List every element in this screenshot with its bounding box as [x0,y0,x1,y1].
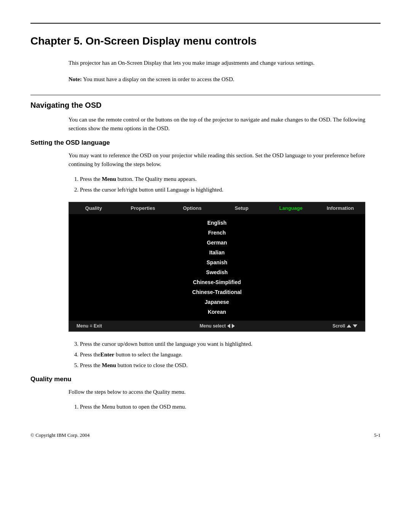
osd-menu-quality: Quality [69,202,118,214]
chapter-title: Chapter 5. On-Screen Display menu contro… [30,35,381,47]
note-paragraph: Note: You must have a display on the scr… [68,75,381,84]
osd-menu-language: Language [266,202,316,214]
navigating-text: You can use the remote control or the bu… [68,115,381,133]
lang-korean: Korean [69,307,365,317]
lang-chinese-simplified: Chinese-Simplified [69,277,365,287]
steps-list-continued: Press the cursor up/down button until th… [80,339,381,370]
quality-steps-list: Press the Menu button to open the OSD me… [80,402,381,411]
steps-list: Press the Menu button. The Quality menu … [80,174,381,194]
step-1: Press the Menu button. The Quality menu … [80,174,381,184]
lang-swedish: Swedish [69,267,365,277]
step-2: Press the cursor left/right button until… [80,185,381,194]
osd-screenshot: Quality Properties Options Setup Languag… [68,202,365,332]
note-content: You must have a display on the screen in… [83,76,234,82]
footer-page-number: 5-1 [374,432,381,438]
quality-menu-heading: Quality menu [30,375,381,383]
setting-lang-text: You may want to reference the OSD on you… [68,151,381,169]
setting-lang-heading: Setting the OSD language [30,139,381,147]
osd-menubar: Quality Properties Options Setup Languag… [69,202,365,214]
osd-footer: Menu = Exit Menu select Scroll [69,321,365,331]
arrow-left-icon [227,324,230,328]
lang-german: German [69,238,365,248]
note-label: Note: [68,76,82,82]
footer-copyright: © Copyright IBM Corp. 2004 [30,432,89,438]
osd-footer-menu-select: Menu select [199,323,235,329]
lang-english: English [69,218,365,228]
arrow-down-icon [353,324,357,328]
lang-italian: Italian [69,248,365,257]
step-5: Press the Menu button twice to close the… [80,361,381,370]
intro-paragraph: This projector has an On-Screen Display … [68,59,381,67]
arrow-right-icon [232,324,235,328]
lang-chinese-traditional: Chinese-Traditional [69,287,365,297]
page: Chapter 5. On-Screen Display menu contro… [0,0,411,532]
osd-footer-scroll: Scroll [333,323,357,329]
osd-menu-properties: Properties [118,202,168,214]
lang-spanish: Spanish [69,257,365,267]
page-footer: © Copyright IBM Corp. 2004 5-1 [30,417,381,438]
section-rule-navigating [30,95,381,95]
osd-menu-information: Information [315,202,365,214]
navigating-heading: Navigating the OSD [30,101,381,110]
top-rule [30,23,381,24]
quality-menu-section: Quality menu Follow the steps below to a… [30,375,381,411]
arrow-up-icon [347,324,351,328]
osd-language-list: English French German Italian Spanish Sw… [69,214,365,321]
osd-menu-setup: Setup [217,202,266,214]
osd-menu-options: Options [167,202,217,214]
lang-french: French [69,228,365,238]
step-4: Press theEnter button to select the lang… [80,350,381,359]
osd-footer-menu-exit: Menu = Exit [76,323,102,329]
step-3: Press the cursor up/down button until th… [80,339,381,348]
quality-step-1: Press the Menu button to open the OSD me… [80,402,381,411]
lang-japanese: Japanese [69,297,365,307]
quality-menu-text: Follow the steps below to access the Qua… [68,388,381,396]
